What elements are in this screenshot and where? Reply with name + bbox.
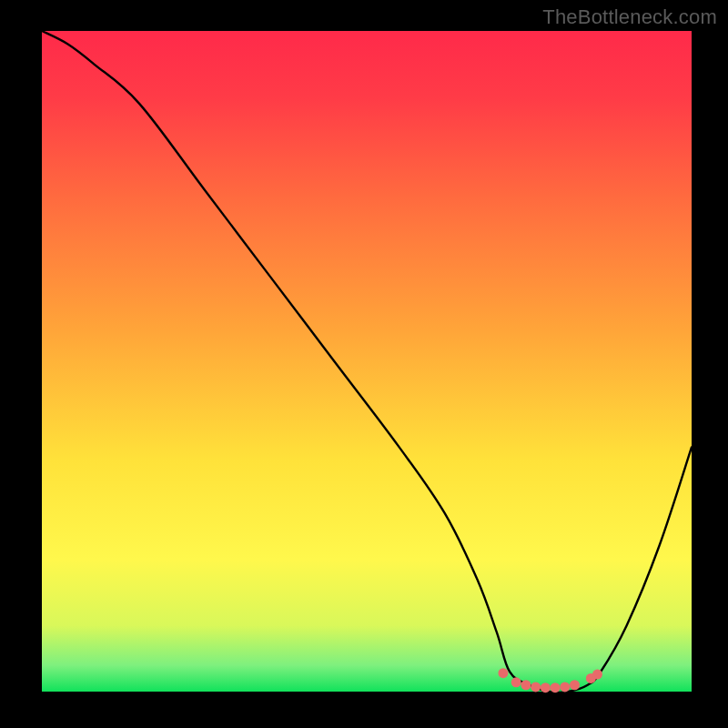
gradient-background <box>42 31 692 692</box>
marker-dot <box>511 677 521 687</box>
marker-dot <box>560 682 570 692</box>
marker-dot <box>531 682 541 692</box>
marker-dot <box>592 670 602 680</box>
chart-frame: { "watermark": "TheBottleneck.com", "plo… <box>0 0 728 728</box>
marker-dot <box>541 682 551 693</box>
marker-dot <box>570 680 580 690</box>
marker-dot <box>551 682 561 693</box>
watermark-text: TheBottleneck.com <box>542 5 717 29</box>
marker-dot <box>521 680 531 690</box>
marker-dot <box>498 668 508 678</box>
bottleneck-chart <box>0 0 728 728</box>
